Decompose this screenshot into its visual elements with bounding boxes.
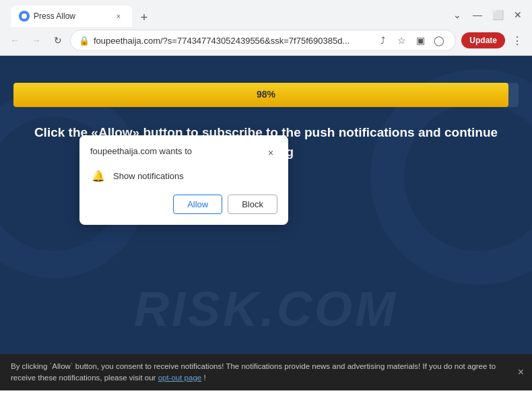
popup-title: foupeethaija.com wants to	[90, 146, 192, 156]
back-button[interactable]: ←	[5, 31, 24, 50]
address-right-icons: ⤴ ☆ ▣ ◯	[374, 32, 447, 48]
address-field[interactable]: 🔒 foupeethaija.com/?s=774347743052439556…	[70, 30, 456, 51]
update-button[interactable]: Update	[461, 32, 505, 48]
forward-button[interactable]: →	[27, 31, 46, 50]
tab-close-button[interactable]: ×	[113, 11, 124, 22]
bottom-consent-banner: By clicking `Allow` button, you consent …	[0, 354, 532, 391]
banner-close-button[interactable]: ×	[518, 364, 524, 380]
refresh-button[interactable]: ↻	[48, 31, 67, 50]
progress-container: 98%	[13, 83, 519, 107]
close-button[interactable]: ✕	[512, 9, 524, 21]
bell-icon: 🔔	[90, 168, 106, 184]
tab-favicon	[19, 11, 30, 22]
bookmark-icon[interactable]: ☆	[393, 32, 409, 48]
new-tab-button[interactable]: +	[135, 8, 154, 27]
page-content: risk.com 98% Click the «Allow» button to…	[0, 56, 532, 390]
maximize-button[interactable]: ⬜	[492, 9, 504, 21]
minimize-button[interactable]: —	[471, 9, 484, 21]
notification-popup: foupeethaija.com wants to × 🔔 Show notif…	[79, 135, 288, 225]
progress-label: 98%	[257, 89, 275, 100]
active-tab[interactable]: Press Allow ×	[11, 5, 132, 27]
title-bar: Press Allow × + ⌄ — ⬜ ✕	[0, 0, 532, 26]
menu-button[interactable]: ⋮	[508, 31, 527, 50]
profile-icon[interactable]: ◯	[431, 32, 447, 48]
address-bar: ← → ↻ 🔒 foupeethaija.com/?s=774347743052…	[0, 26, 532, 55]
toolbar-right: Update ⋮	[461, 31, 527, 50]
banner-text: By clicking `Allow` button, you consent …	[11, 362, 496, 382]
opt-out-link[interactable]: opt-out page	[158, 374, 202, 382]
popup-actions: Allow Block	[90, 195, 277, 214]
share-icon[interactable]: ⤴	[374, 32, 391, 48]
url-text: foupeethaija.com/?s=774347743052439556&s…	[94, 36, 369, 46]
allow-button[interactable]: Allow	[173, 195, 222, 214]
block-button[interactable]: Block	[228, 195, 277, 214]
window-controls: ⌄ — ⬜ ✕	[451, 9, 524, 21]
popup-header: foupeethaija.com wants to ×	[90, 146, 277, 160]
banner-text-end: !	[203, 374, 205, 382]
watermark-text: risk.com	[134, 281, 398, 337]
browser-chrome: Press Allow × + ⌄ — ⬜ ✕ ← → ↻ 🔒 foupeeth…	[0, 0, 532, 56]
popup-close-button[interactable]: ×	[264, 146, 277, 160]
tabs-bar: Press Allow × +	[5, 3, 159, 27]
sidebar-toggle-icon[interactable]: ▣	[412, 32, 428, 48]
notification-item: 🔔 Show notifications	[90, 168, 277, 184]
show-notifications-label: Show notifications	[113, 171, 184, 181]
watermark: risk.com	[0, 281, 532, 337]
lock-icon: 🔒	[79, 36, 88, 45]
chevron-icon[interactable]: ⌄	[451, 9, 463, 21]
tab-label: Press Allow	[34, 11, 109, 21]
